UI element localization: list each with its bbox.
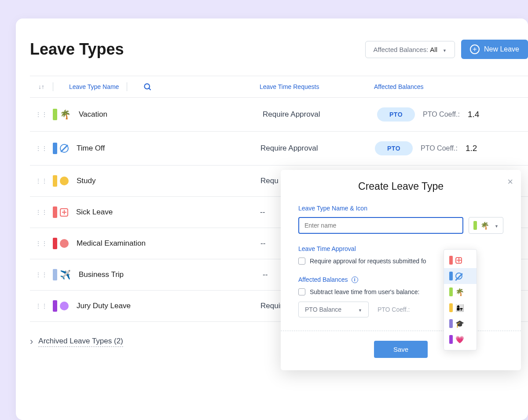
caret-down-icon [439, 46, 447, 53]
balance-checkbox[interactable] [298, 288, 305, 295]
leave-name-input[interactable] [298, 217, 463, 234]
coeff-modal-label: PTO Coeff.: [378, 306, 410, 313]
leave-name: Medical Examination [77, 239, 260, 248]
color-bar [449, 287, 453, 296]
balance-select[interactable]: PTO Balance [298, 302, 369, 317]
page-title: Leave Types [30, 40, 124, 59]
color-bar [53, 300, 57, 312]
coeff-label: PTO Coeff.: [423, 111, 460, 118]
option-icon: 🎓 [455, 320, 464, 328]
icon-option[interactable]: 💗 [444, 332, 477, 347]
icon-group [53, 238, 69, 249]
pto-badge: PTO [377, 107, 415, 122]
divider [53, 82, 53, 91]
color-bar [53, 175, 57, 187]
icon-option[interactable]: 🌴 [444, 284, 477, 300]
search-icon[interactable] [143, 82, 152, 91]
color-bar [449, 303, 453, 312]
chevron-right-icon [30, 336, 33, 347]
balance-checkbox-label: Subtract leave time from user's balance: [310, 288, 419, 295]
circle-icon [60, 302, 69, 310]
drag-handle[interactable]: ⋮⋮ [30, 302, 53, 309]
info-icon[interactable]: i [352, 276, 358, 283]
icon-group [53, 206, 68, 218]
icon-select[interactable]: 🌴 [469, 217, 503, 234]
section-balances-label: Affected Balances [298, 276, 348, 283]
drag-handle[interactable]: ⋮⋮ [30, 209, 53, 216]
prohibit-icon [455, 273, 462, 280]
column-requests[interactable]: Leave Time Requests [260, 83, 374, 90]
leave-name: Jury Duty Leave [77, 302, 260, 310]
svg-point-0 [145, 84, 150, 89]
leave-name: Vacation [79, 110, 263, 119]
column-balances[interactable]: Affected Balances [374, 83, 528, 90]
medical-icon [455, 257, 462, 264]
leave-name: Business Trip [79, 270, 263, 279]
icon-group [53, 300, 69, 312]
color-bar [53, 206, 57, 218]
option-icon: 👩‍👧 [455, 304, 464, 312]
new-leave-button[interactable]: + New Leave [461, 40, 528, 59]
coeff-value: 1.4 [468, 110, 479, 119]
pto-badge: PTO [375, 141, 413, 155]
sort-icon[interactable]: ↓↑ [30, 83, 53, 90]
circle-icon [60, 177, 69, 185]
drag-handle[interactable]: ⋮⋮ [30, 177, 53, 184]
caret-down-icon [355, 306, 362, 313]
color-bar [53, 238, 57, 249]
color-bar [53, 143, 57, 154]
create-leave-modal: × Create Leave Type Leave Type Name & Ic… [281, 170, 521, 370]
option-icon: 💗 [455, 335, 464, 344]
color-bar [449, 256, 453, 265]
icon-dropdown: 🌴👩‍👧🎓💗 [444, 249, 477, 350]
icon-option[interactable] [444, 252, 477, 268]
drag-handle[interactable]: ⋮⋮ [30, 145, 53, 152]
icon-group [53, 175, 69, 187]
coeff-label: PTO Coeff.: [421, 144, 458, 152]
color-bar [473, 221, 477, 230]
medical-icon [60, 208, 68, 217]
leave-name: Time Off [77, 144, 260, 153]
icon-option[interactable] [444, 268, 477, 284]
drag-handle[interactable]: ⋮⋮ [30, 111, 53, 118]
icon-group: 🌴 [53, 109, 71, 120]
archived-label: Archived Leave Types (2) [38, 337, 123, 347]
coeff-value: 1.2 [466, 144, 477, 153]
prohibit-icon [60, 144, 69, 153]
drag-handle[interactable]: ⋮⋮ [30, 240, 53, 247]
leave-requests: Require Approval [260, 144, 375, 153]
drag-handle[interactable]: ⋮⋮ [30, 271, 53, 278]
table-row[interactable]: ⋮⋮Time OffRequire ApprovalPTOPTO Coeff.:… [30, 132, 528, 166]
approval-checkbox[interactable] [298, 258, 305, 265]
save-button[interactable]: Save [374, 341, 428, 358]
column-name[interactable]: Leave Type Name [69, 83, 119, 90]
balance-select-value: PTO Balance [305, 306, 341, 313]
approval-checkbox-label: Require approval for requests submitted … [310, 258, 426, 265]
leave-name: Sick Leave [76, 208, 260, 217]
header-actions: Affected Balances: All + New Leave [365, 40, 528, 59]
svg-line-1 [149, 88, 151, 90]
leave-icon: 🌴 [60, 109, 71, 120]
icon-group [53, 143, 69, 154]
modal-title: Create Leave Type [281, 181, 521, 192]
filter-label: Affected Balances: [374, 46, 429, 53]
option-icon: 🌴 [455, 288, 464, 296]
leave-requests: Require Approval [263, 110, 377, 119]
close-button[interactable]: × [507, 176, 513, 188]
color-bar [449, 272, 453, 280]
leave-name: Study [77, 177, 260, 185]
divider [127, 82, 127, 91]
table-header: ↓↑ Leave Type Name Leave Time Requests A… [30, 76, 528, 98]
color-bar [53, 269, 57, 280]
section-name-label: Leave Type Name & Icon [298, 205, 503, 212]
icon-option[interactable]: 🎓 [444, 316, 477, 332]
plus-icon: + [470, 44, 480, 54]
filter-dropdown[interactable]: Affected Balances: All [365, 41, 455, 58]
icon-option[interactable]: 👩‍👧 [444, 300, 477, 316]
header: Leave Types Affected Balances: All + New… [30, 40, 528, 59]
icon-group: ✈️ [53, 269, 71, 280]
caret-down-icon [493, 221, 499, 229]
filter-value: All [430, 46, 437, 53]
palm-icon: 🌴 [480, 221, 489, 230]
table-row[interactable]: ⋮⋮🌴VacationRequire ApprovalPTOPTO Coeff.… [30, 98, 528, 132]
